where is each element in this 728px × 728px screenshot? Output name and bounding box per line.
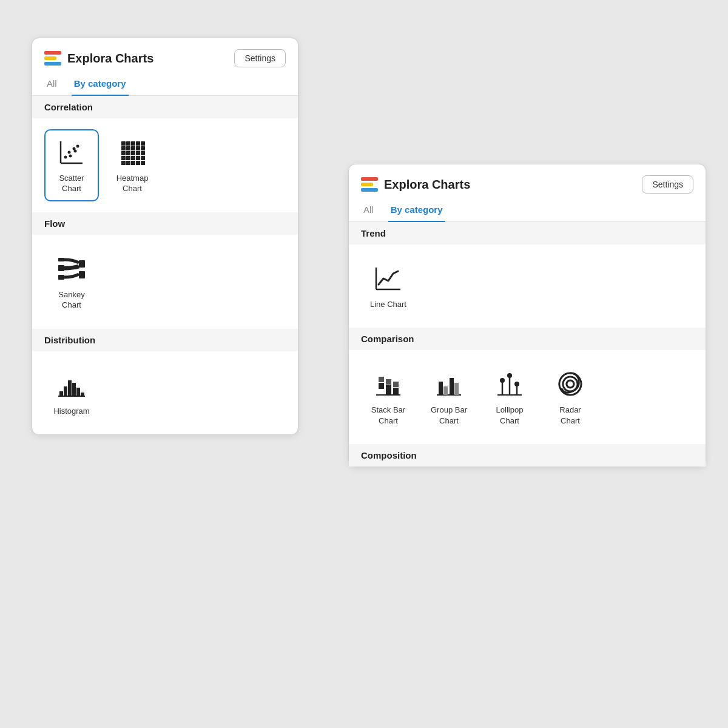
tab-bar-1: All By category (32, 73, 298, 96)
logo-bar-yellow-2 (361, 183, 373, 186)
svg-rect-20 (131, 151, 135, 155)
svg-rect-12 (141, 141, 145, 146)
groupbar-label: Group BarChart (431, 405, 467, 426)
chart-grid-comparison: Stack BarChart Group BarChart (349, 350, 706, 444)
chart-item-histogram[interactable]: Histogram (44, 362, 99, 424)
tab-by-category-1[interactable]: By category (72, 73, 129, 96)
lollipop-icon (494, 368, 525, 400)
tab-by-category-2[interactable]: By category (388, 200, 445, 222)
svg-rect-55 (439, 382, 443, 395)
svg-point-6 (69, 154, 72, 157)
chart-grid-correlation: ScatterChart (32, 118, 298, 212)
svg-point-7 (74, 149, 77, 152)
lollipop-label: LollipopChart (496, 405, 524, 426)
svg-rect-14 (126, 146, 130, 150)
chart-item-radar[interactable]: RadarChart (543, 361, 598, 433)
sankey-icon (56, 253, 87, 285)
svg-rect-57 (450, 378, 454, 395)
stackbar-icon (372, 368, 404, 400)
section-correlation: Correlation (32, 96, 298, 118)
section-composition: Composition (349, 444, 706, 467)
stackbar-label: Stack BarChart (371, 405, 405, 426)
chart-item-sankey[interactable]: SankeyChart (44, 246, 99, 318)
section-trend: Trend (349, 222, 706, 244)
svg-rect-18 (121, 151, 126, 155)
app-title-1: Explora Charts (67, 52, 228, 66)
svg-rect-35 (58, 275, 64, 280)
svg-rect-8 (121, 141, 126, 146)
scatter-icon (56, 136, 87, 168)
logo-bar-yellow (44, 56, 56, 60)
svg-rect-30 (131, 161, 135, 165)
svg-rect-53 (393, 382, 399, 387)
svg-rect-58 (454, 383, 459, 395)
svg-point-65 (514, 382, 519, 386)
chart-grid-trend: Line Chart (349, 244, 706, 328)
panel-2: Explora Charts Settings All By category … (348, 164, 706, 467)
svg-rect-41 (68, 380, 72, 396)
chart-item-scatter[interactable]: ScatterChart (44, 129, 99, 201)
logo-icon-2 (361, 177, 378, 192)
heatmap-label: HeatmapChart (116, 173, 149, 194)
radar-icon (554, 368, 586, 400)
svg-rect-10 (131, 141, 135, 146)
svg-rect-22 (141, 151, 145, 155)
chart-item-stackbar[interactable]: Stack BarChart (361, 361, 416, 433)
svg-rect-27 (141, 156, 145, 160)
svg-rect-33 (58, 258, 64, 261)
svg-rect-49 (379, 377, 384, 382)
section-comparison: Comparison (349, 328, 706, 350)
radar-label: RadarChart (559, 405, 581, 426)
svg-rect-43 (76, 388, 80, 396)
svg-rect-50 (386, 385, 391, 395)
line-chart-label: Line Chart (370, 299, 406, 310)
svg-rect-25 (131, 156, 135, 160)
logo-icon (44, 51, 61, 66)
line-chart-icon (372, 263, 404, 294)
svg-rect-51 (386, 379, 391, 385)
svg-point-61 (500, 378, 505, 383)
app-title-2: Explora Charts (384, 178, 636, 192)
tab-all-2[interactable]: All (361, 200, 376, 222)
panel-1-header: Explora Charts Settings (32, 38, 298, 73)
svg-rect-52 (393, 388, 399, 395)
svg-rect-28 (121, 161, 126, 165)
logo-bar-red-2 (361, 177, 378, 181)
panel-2-header: Explora Charts Settings (349, 164, 706, 200)
svg-rect-29 (126, 161, 130, 165)
svg-rect-21 (136, 151, 140, 155)
histogram-icon (56, 369, 87, 401)
logo-bar-blue-2 (361, 188, 378, 192)
svg-rect-44 (81, 393, 84, 396)
svg-point-2 (64, 155, 67, 158)
chart-item-heatmap[interactable]: HeatmapChart (105, 129, 160, 201)
svg-rect-11 (136, 141, 140, 146)
svg-rect-23 (121, 156, 126, 160)
svg-rect-37 (79, 271, 85, 278)
svg-point-5 (76, 144, 79, 147)
chart-item-line[interactable]: Line Chart (361, 255, 416, 317)
logo-bar-blue (44, 62, 61, 66)
svg-rect-34 (58, 265, 64, 271)
tab-bar-2: All By category (349, 200, 706, 222)
svg-rect-19 (126, 151, 130, 155)
groupbar-icon (433, 368, 465, 400)
svg-rect-24 (126, 156, 130, 160)
svg-rect-42 (72, 383, 76, 396)
settings-button-2[interactable]: Settings (642, 175, 693, 194)
chart-item-groupbar[interactable]: Group BarChart (422, 361, 476, 433)
panel-1: Explora Charts Settings All By category … (32, 38, 298, 435)
heatmap-icon (116, 136, 148, 168)
scatter-label: ScatterChart (59, 173, 84, 194)
svg-rect-13 (121, 146, 126, 150)
histogram-label: Histogram (53, 406, 89, 417)
svg-point-3 (68, 150, 71, 153)
section-flow: Flow (32, 212, 298, 235)
svg-rect-16 (136, 146, 140, 150)
svg-rect-17 (141, 146, 145, 150)
chart-item-lollipop[interactable]: LollipopChart (482, 361, 537, 433)
svg-rect-31 (136, 161, 140, 165)
svg-rect-26 (136, 156, 140, 160)
tab-all-1[interactable]: All (44, 73, 59, 96)
settings-button-1[interactable]: Settings (234, 49, 286, 67)
